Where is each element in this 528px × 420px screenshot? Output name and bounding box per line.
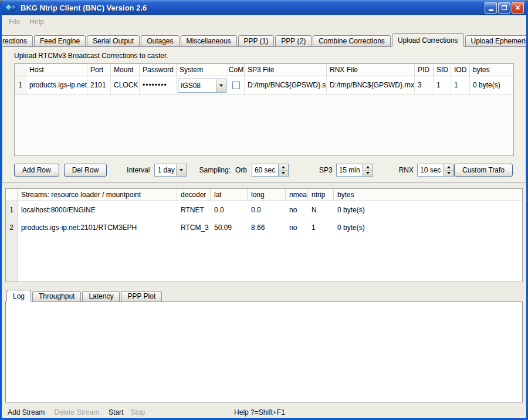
tab-ppp-plot[interactable]: PPP Plot [121, 291, 162, 302]
header-sp3-file: SP3 File [245, 64, 327, 76]
host-cell[interactable]: products.igs-ip.net [26, 76, 87, 94]
lat-cell[interactable]: 50.09 [211, 219, 248, 236]
sid-cell[interactable]: 1 [434, 76, 451, 94]
help-hint: Help ?=Shift+F1 [234, 408, 285, 416]
spinner-buttons[interactable] [363, 164, 373, 177]
pid-cell[interactable]: 3 [415, 76, 434, 94]
bottom-tab-bar: Log Throughput Latency PPP Plot [6, 289, 526, 302]
del-row-button[interactable]: Del Row [64, 164, 107, 177]
window-controls: × [485, 2, 524, 13]
tab-feed-engine[interactable]: Feed Engine [34, 35, 86, 46]
mountpoint-cell[interactable]: products.igs-ip.net:2101/RTCM3EPH [18, 219, 177, 236]
header-port: Port [87, 64, 111, 76]
tab-upload-corrections[interactable]: Upload Corrections [392, 33, 464, 47]
add-row-button[interactable]: Add Row [14, 164, 59, 177]
stream-row[interactable]: 1 localhost:8000/ENGINE RTNET 0.0 0.0 no… [6, 201, 522, 219]
header-long: long [248, 189, 286, 201]
port-cell[interactable]: 2101 [87, 76, 111, 94]
header-nmea: nmea [286, 189, 308, 201]
tab-label: Serial Output [93, 37, 134, 45]
minimize-button[interactable] [485, 2, 497, 13]
streams-empty-area [6, 236, 522, 282]
sampling-label: Sampling: [199, 166, 231, 174]
upload-table-header: Host Port Mount Password System CoM SP3 … [15, 64, 513, 76]
tab-throughput[interactable]: Throughput [32, 291, 81, 302]
tab-serial-output[interactable]: Serial Output [87, 35, 140, 46]
menu-help[interactable]: Help [25, 16, 49, 28]
tab-miscellaneous[interactable]: Miscellaneous [181, 35, 237, 46]
spin-up-icon[interactable] [363, 164, 373, 171]
system-value: IGS08 [178, 79, 216, 92]
spinner-buttons[interactable] [444, 164, 454, 177]
streams-table-header: Streams: resource loader / mountpoint de… [6, 189, 522, 201]
decoder-cell[interactable]: RTNET [177, 201, 211, 219]
maximize-button[interactable] [498, 2, 510, 13]
mount-cell[interactable]: CLOCK [111, 76, 140, 94]
header-com: CoM [228, 64, 245, 76]
tab-label: Latency [89, 292, 113, 300]
log-output-area[interactable] [5, 302, 523, 402]
tab-label: Log [13, 292, 25, 300]
spin-up-icon[interactable] [444, 164, 453, 171]
tab-broadcast-corrections-partial[interactable]: rections [0, 35, 33, 46]
tab-ppp-2[interactable]: PPP (2) [275, 35, 312, 46]
stop-button: Stop [130, 408, 145, 416]
system-combobox[interactable]: IGS08 [178, 79, 226, 93]
sp3-file-cell[interactable]: D:/tmp/BNC${GPSWD}.sp3 [245, 76, 327, 94]
password-cell[interactable]: •••••••• [140, 76, 177, 94]
spin-down-icon[interactable] [279, 171, 288, 177]
lat-cell[interactable]: 0.0 [211, 201, 248, 219]
tab-label: PPP (1) [244, 37, 269, 45]
nmea-cell[interactable]: no [286, 201, 308, 219]
header-host: Host [26, 64, 87, 76]
upload-table: Host Port Mount Password System CoM SP3 … [14, 63, 514, 156]
bytes-cell: 0 byte(s) [334, 219, 522, 236]
title-bar[interactable]: BKG Ntrip Client (BNC) Version 2.6 × [2, 0, 526, 15]
start-button[interactable]: Start [109, 408, 123, 416]
tab-ppp-1[interactable]: PPP (1) [238, 35, 275, 46]
spin-down-icon[interactable] [444, 171, 453, 177]
tab-outages[interactable]: Outages [141, 35, 179, 46]
interval-combobox[interactable]: 1 day [154, 164, 186, 177]
long-cell[interactable]: 0.0 [248, 201, 286, 219]
chevron-down-icon[interactable] [216, 79, 226, 92]
sp3-label: SP3 [319, 166, 333, 174]
menu-file[interactable]: File [4, 16, 25, 28]
ntrip-cell[interactable]: 1 [308, 219, 334, 236]
spinner-buttons[interactable] [279, 164, 289, 177]
header-iod: IOD [451, 64, 470, 76]
long-cell[interactable]: 8.66 [248, 219, 286, 236]
mountpoint-cell[interactable]: localhost:8000/ENGINE [18, 201, 177, 219]
tab-latency[interactable]: Latency [82, 291, 120, 302]
com-checkbox[interactable] [232, 82, 240, 89]
tab-label: Feed Engine [40, 37, 80, 45]
header-system: System [177, 64, 228, 76]
chevron-down-icon[interactable] [176, 164, 186, 176]
rnx-label: RNX [399, 166, 414, 174]
orb-spinner[interactable]: 60 sec [252, 164, 289, 177]
spin-down-icon[interactable] [363, 171, 373, 177]
sp3-spinner[interactable]: 15 min [336, 164, 373, 177]
nmea-cell[interactable]: no [286, 219, 308, 236]
spin-up-icon[interactable] [279, 164, 288, 171]
decoder-cell[interactable]: RTCM_3 [177, 219, 211, 236]
tab-upload-ephemeris[interactable]: Upload Ephemeris [465, 35, 528, 46]
header-rnx-file: RNX File [327, 64, 415, 76]
iod-cell[interactable]: 1 [451, 76, 470, 94]
rnx-file-cell[interactable]: D:/tmp/BNC${GPSWD}.rnx [327, 76, 415, 94]
close-icon: × [515, 4, 520, 12]
add-stream-button[interactable]: Add Stream [8, 408, 45, 416]
maximize-icon [502, 5, 507, 10]
app-window: BKG Ntrip Client (BNC) Version 2.6 × Fil… [0, 0, 528, 420]
bytes-cell: 0 byte(s) [470, 76, 513, 94]
close-button[interactable]: × [512, 2, 524, 13]
rnx-spinner[interactable]: 10 sec [417, 164, 454, 177]
tab-log[interactable]: Log [6, 290, 31, 302]
header-lat: lat [211, 189, 248, 201]
custom-trafo-button[interactable]: Custom Trafo [454, 164, 513, 177]
stream-row[interactable]: 2 products.igs-ip.net:2101/RTCM3EPH RTCM… [6, 219, 522, 236]
tab-combine-corrections[interactable]: Combine Corrections [313, 35, 391, 46]
ntrip-cell[interactable]: N [308, 201, 334, 219]
upload-table-row[interactable]: 1 products.igs-ip.net 2101 CLOCK •••••••… [15, 76, 513, 95]
tab-label: Upload Ephemeris [471, 37, 528, 45]
